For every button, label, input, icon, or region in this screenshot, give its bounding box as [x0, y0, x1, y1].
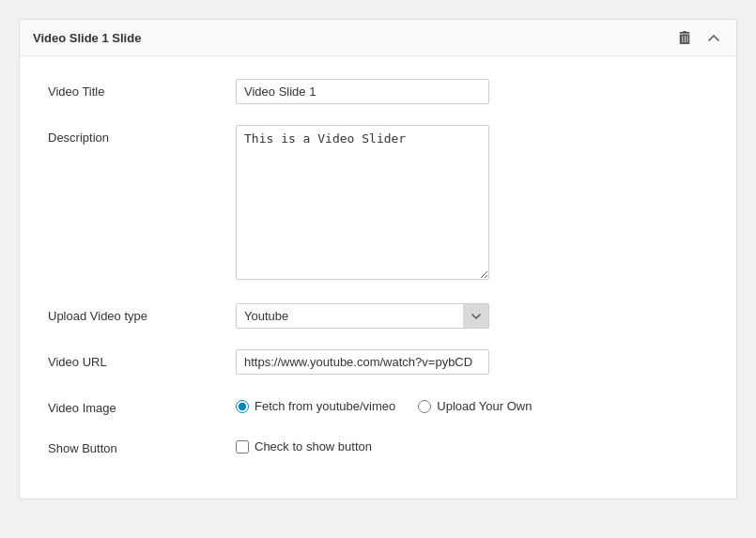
chevron-up-icon [708, 32, 719, 43]
upload-own-text: Upload Your Own [437, 399, 532, 413]
panel-body: Video Title Description This is a Video … [20, 56, 736, 499]
show-button-checkbox[interactable] [236, 440, 249, 453]
video-url-row: Video URL [48, 349, 708, 375]
video-url-input[interactable] [236, 349, 489, 375]
fetch-youtube-text: Fetch from youtube/vimeo [255, 399, 395, 413]
video-image-row: Video Image Fetch from youtube/vimeo Upl… [48, 395, 708, 415]
upload-video-type-control: Youtube Vimeo Self Hosted [236, 303, 708, 329]
video-type-select[interactable]: Youtube Vimeo Self Hosted [236, 303, 489, 329]
panel-header: Video Slide 1 Slide [20, 20, 736, 56]
show-button-checkbox-text: Check to show button [255, 439, 372, 453]
video-type-select-wrapper: Youtube Vimeo Self Hosted [236, 303, 489, 329]
upload-video-type-label: Upload Video type [48, 303, 236, 323]
video-image-control: Fetch from youtube/vimeo Upload Your Own [236, 395, 708, 413]
video-image-radio-group: Fetch from youtube/vimeo Upload Your Own [236, 395, 708, 413]
show-button-checkbox-label[interactable]: Check to show button [236, 436, 708, 453]
fetch-from-youtube-label[interactable]: Fetch from youtube/vimeo [236, 399, 395, 413]
video-title-control [236, 79, 708, 104]
trash-icon [678, 31, 691, 44]
description-control: This is a Video Slider [236, 125, 708, 283]
description-row: Description This is a Video Slider [48, 125, 708, 283]
video-url-control [236, 349, 708, 375]
video-image-label: Video Image [48, 395, 236, 415]
delete-button[interactable] [674, 29, 695, 46]
video-title-row: Video Title [48, 79, 708, 104]
fetch-youtube-radio[interactable] [236, 400, 249, 413]
upload-your-own-label[interactable]: Upload Your Own [418, 399, 532, 413]
panel-header-actions [674, 29, 723, 46]
video-title-input[interactable] [236, 79, 489, 104]
description-label: Description [48, 125, 236, 145]
upload-video-type-row: Upload Video type Youtube Vimeo Self Hos… [48, 303, 708, 329]
video-title-label: Video Title [48, 79, 236, 99]
show-button-row: Show Button Check to show button [48, 436, 708, 455]
upload-own-radio[interactable] [418, 400, 431, 413]
video-url-label: Video URL [48, 349, 236, 369]
description-textarea[interactable]: This is a Video Slider [236, 125, 489, 280]
video-slide-panel: Video Slide 1 Slide Video Title Des [19, 19, 737, 500]
collapse-button[interactable] [704, 30, 723, 45]
show-button-control: Check to show button [236, 436, 708, 453]
panel-title: Video Slide 1 Slide [33, 31, 141, 45]
show-button-label: Show Button [48, 436, 236, 455]
